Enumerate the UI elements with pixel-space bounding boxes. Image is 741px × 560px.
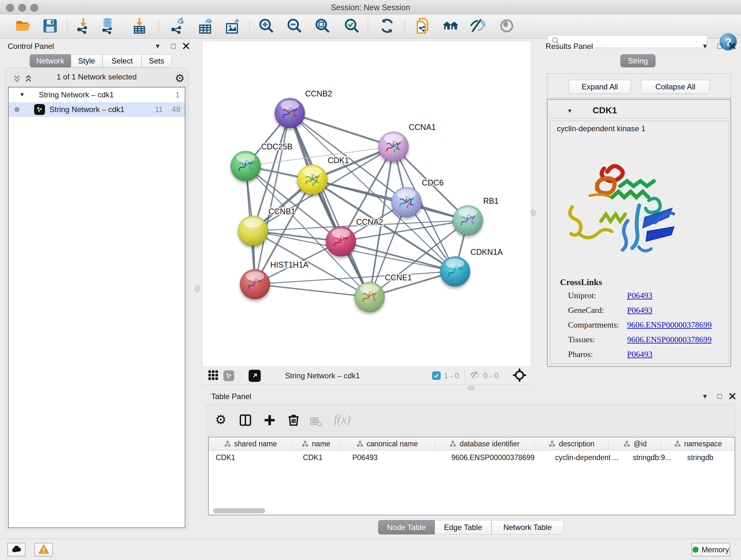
- results-panel-close-icon[interactable]: [729, 43, 736, 51]
- results-panel-menu-icon[interactable]: ▾: [703, 42, 707, 51]
- network-edge-count: 48: [172, 105, 180, 114]
- column-header-name[interactable]: name: [292, 437, 340, 450]
- tab-string-results[interactable]: String: [620, 54, 656, 67]
- column-header-namespace[interactable]: namespace: [661, 437, 735, 450]
- bottom-splitter-handle[interactable]: [468, 385, 475, 390]
- hide-selected-button[interactable]: [468, 17, 488, 37]
- table-row[interactable]: CDK1 CDK1 P06493 9606.ENSP00000378699 cy…: [209, 450, 735, 464]
- refresh-button[interactable]: [378, 17, 397, 37]
- column-header-id[interactable]: @id: [609, 437, 661, 450]
- table-panel-menu-icon[interactable]: ▾: [703, 392, 707, 401]
- network-row-label: String Network – cdk1: [50, 105, 125, 114]
- tab-edge-table[interactable]: Edge Table: [434, 520, 491, 535]
- toolbar-separator: [367, 19, 368, 34]
- tab-sets[interactable]: Sets: [142, 54, 172, 67]
- home-button[interactable]: [441, 17, 460, 37]
- show-hidden-button[interactable]: [497, 17, 516, 37]
- crosslink-tissues-link[interactable]: 9606.ENSP00000378699: [627, 335, 712, 345]
- protein-collapse-arrow-icon[interactable]: ▼: [567, 108, 572, 114]
- network-row-selected[interactable]: String Network – cdk1 11 48: [9, 102, 185, 117]
- table-panel-float-icon[interactable]: □: [718, 392, 722, 401]
- crosslink-label: Tissues:: [568, 335, 595, 345]
- memory-button[interactable]: Memory: [691, 543, 730, 557]
- export-table-button[interactable]: [196, 17, 215, 37]
- control-panel-menu-icon[interactable]: ▾: [156, 42, 159, 51]
- network-node-CCNA2[interactable]: [326, 226, 356, 256]
- cloud-status-button[interactable]: [7, 543, 25, 557]
- crosslink-uniprot-link[interactable]: P06493: [627, 291, 652, 300]
- import-table-file-button[interactable]: [130, 17, 149, 37]
- network-options-gear-icon[interactable]: ⚙: [175, 72, 185, 84]
- column-header-database-identifier[interactable]: database identifier: [435, 437, 535, 450]
- add-column-plus-icon[interactable]: [263, 414, 276, 428]
- save-session-button[interactable]: [41, 17, 60, 37]
- tab-node-table[interactable]: Node Table: [378, 520, 434, 535]
- zoom-in-button[interactable]: [257, 17, 276, 37]
- cloud-icon: [10, 543, 23, 557]
- refresh-icon: [379, 17, 395, 36]
- node-table: shared name name canonical name database…: [208, 437, 735, 515]
- network-from-document-button[interactable]: [414, 17, 433, 37]
- import-network-file-button[interactable]: [74, 17, 93, 37]
- crosslink-compartments-link[interactable]: 9606.ENSP00000378699: [627, 320, 712, 330]
- selected-nodes-checkbox-icon[interactable]: [432, 371, 441, 380]
- results-panel-float-icon[interactable]: □: [718, 42, 722, 51]
- node-label-CCNB2: CCNB2: [305, 89, 332, 98]
- network-selection-summary: 1 of 1 Network selected: [5, 72, 188, 81]
- network-node-HIST1H1A[interactable]: [240, 269, 270, 299]
- crosslink-label: GeneCard:: [568, 306, 604, 315]
- tab-network[interactable]: Network: [30, 54, 71, 67]
- horizontal-scrollbar-thumb[interactable]: [213, 508, 265, 513]
- zoom-in-icon: [258, 17, 275, 36]
- zoom-fit-button[interactable]: [313, 17, 332, 37]
- network-node-CCNB2[interactable]: [275, 98, 305, 128]
- network-node-RB1[interactable]: [453, 205, 483, 235]
- tab-style[interactable]: Style: [71, 54, 103, 67]
- export-network-button[interactable]: [168, 17, 187, 37]
- export-image-button[interactable]: [223, 17, 242, 37]
- collection-expand-arrow-icon[interactable]: ▼: [19, 91, 25, 98]
- column-header-shared-name[interactable]: shared name: [209, 437, 292, 450]
- export-network-icon: [169, 17, 186, 36]
- open-in-string-icon[interactable]: [249, 370, 261, 382]
- delete-column-trash-icon[interactable]: [286, 413, 300, 428]
- warning-status-button[interactable]: [35, 543, 53, 557]
- fit-crosshair-icon[interactable]: [513, 368, 527, 383]
- left-splitter-handle[interactable]: [195, 285, 200, 292]
- results-buttons-box: Expand All Collapse All: [547, 73, 731, 98]
- show-columns-icon[interactable]: [239, 414, 252, 428]
- crosslink-pharos-link[interactable]: P06493: [627, 350, 652, 359]
- node-label-CCNE1: CCNE1: [385, 273, 412, 282]
- open-session-button[interactable]: [14, 17, 33, 37]
- memory-status-dot-icon: [692, 547, 698, 553]
- network-view-toolbar: String Network – cdk1 1 - 0 0 - 0: [202, 367, 531, 385]
- control-panel-float-icon[interactable]: □: [171, 42, 176, 51]
- hidden-eye-slash-icon[interactable]: [470, 370, 481, 382]
- zoom-selected-button[interactable]: [342, 17, 361, 37]
- collapse-all-button[interactable]: Collapse All: [641, 80, 710, 94]
- table-settings-gear-icon[interactable]: ⚙: [215, 412, 226, 427]
- network-node-CDC6[interactable]: [392, 187, 421, 217]
- import-network-database-button[interactable]: [98, 17, 117, 37]
- table-panel-close-icon[interactable]: [729, 393, 736, 401]
- zoom-out-button[interactable]: [285, 17, 304, 37]
- network-collection-row[interactable]: ▼ String Network – cdk1 1: [9, 87, 185, 102]
- tab-select[interactable]: Select: [103, 54, 142, 67]
- protein-result-card: ▼ CDK1 cyclin-dependent kinase 1: [547, 99, 731, 367]
- network-node-CCNE1[interactable]: [354, 282, 385, 312]
- control-panel-close-icon[interactable]: [183, 43, 190, 51]
- column-header-canonical-name[interactable]: canonical name: [340, 437, 435, 450]
- grid-view-icon[interactable]: [207, 369, 219, 382]
- network-view-canvas[interactable]: CCNB2CCNA1CDC25BCDK1CDC6RB1CCNB1CCNA2CDK…: [202, 41, 531, 367]
- expand-all-button[interactable]: Expand All: [569, 80, 631, 94]
- right-splitter-handle[interactable]: [531, 209, 536, 216]
- column-header-description[interactable]: description: [535, 437, 609, 450]
- network-node-CCNB1[interactable]: [238, 216, 268, 246]
- tab-network-table[interactable]: Network Table: [491, 520, 563, 535]
- crosslink-genecard-link[interactable]: P06493: [627, 306, 652, 315]
- string-view-icon[interactable]: [223, 370, 234, 381]
- network-node-CDC25B[interactable]: [231, 151, 261, 181]
- network-node-CDKN1A[interactable]: [440, 256, 470, 287]
- network-node-CDK1[interactable]: [297, 165, 327, 195]
- network-node-CCNA1[interactable]: [379, 132, 408, 162]
